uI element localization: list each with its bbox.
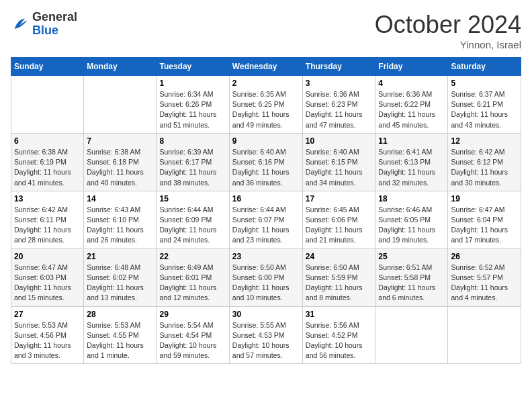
day-number: 25 [378,252,445,261]
day-number: 23 [232,252,300,261]
day-info: Sunrise: 6:38 AM Sunset: 6:19 PM Dayligh… [14,147,81,188]
calendar-cell: 17Sunrise: 6:45 AM Sunset: 6:06 PM Dayli… [302,191,375,248]
day-info: Sunrise: 6:38 AM Sunset: 6:18 PM Dayligh… [87,147,153,188]
calendar-cell: 10Sunrise: 6:40 AM Sunset: 6:15 PM Dayli… [302,133,375,191]
logo-blue-text: Blue [32,24,77,38]
day-number: 6 [14,136,81,146]
day-info: Sunrise: 6:48 AM Sunset: 6:02 PM Dayligh… [87,263,153,304]
week-row-1: 1Sunrise: 6:34 AM Sunset: 6:26 PM Daylig… [11,76,521,134]
day-info: Sunrise: 6:46 AM Sunset: 6:05 PM Dayligh… [378,205,445,246]
calendar-cell: 28Sunrise: 5:53 AM Sunset: 4:55 PM Dayli… [84,306,157,364]
week-row-2: 6Sunrise: 6:38 AM Sunset: 6:19 PM Daylig… [11,133,521,191]
calendar-cell: 3Sunrise: 6:36 AM Sunset: 6:23 PM Daylig… [302,76,375,134]
weekday-header-sunday: Sunday [11,58,84,76]
calendar-cell [448,306,521,364]
day-number: 18 [378,194,445,203]
calendar-cell [11,76,84,134]
day-info: Sunrise: 5:56 AM Sunset: 4:52 PM Dayligh… [306,320,373,361]
day-info: Sunrise: 5:54 AM Sunset: 4:54 PM Dayligh… [160,320,226,361]
title-block: October 2024 Yinnon, Israel [375,11,521,50]
calendar-cell: 23Sunrise: 6:50 AM Sunset: 6:00 PM Dayli… [229,248,302,306]
weekday-header-thursday: Thursday [302,58,375,76]
day-number: 30 [232,310,300,319]
calendar-cell: 12Sunrise: 6:42 AM Sunset: 6:12 PM Dayli… [448,133,521,191]
calendar-cell: 6Sunrise: 6:38 AM Sunset: 6:19 PM Daylig… [11,133,84,191]
calendar-cell: 14Sunrise: 6:43 AM Sunset: 6:10 PM Dayli… [84,191,157,248]
day-info: Sunrise: 6:47 AM Sunset: 6:03 PM Dayligh… [14,263,81,304]
week-row-3: 13Sunrise: 6:42 AM Sunset: 6:11 PM Dayli… [11,191,521,248]
calendar-cell: 19Sunrise: 6:47 AM Sunset: 6:04 PM Dayli… [448,191,521,248]
day-info: Sunrise: 6:45 AM Sunset: 6:06 PM Dayligh… [306,205,373,246]
calendar-cell: 7Sunrise: 6:38 AM Sunset: 6:18 PM Daylig… [84,133,157,191]
day-number: 26 [451,252,518,261]
calendar-cell: 5Sunrise: 6:37 AM Sunset: 6:21 PM Daylig… [448,76,521,134]
calendar-cell [375,306,448,364]
weekday-header-monday: Monday [84,58,157,76]
day-number: 13 [14,194,81,203]
day-info: Sunrise: 6:44 AM Sunset: 6:07 PM Dayligh… [232,205,300,246]
calendar-cell: 13Sunrise: 6:42 AM Sunset: 6:11 PM Dayli… [11,191,84,248]
calendar-cell: 30Sunrise: 5:55 AM Sunset: 4:53 PM Dayli… [229,306,302,364]
calendar-cell: 26Sunrise: 6:52 AM Sunset: 5:57 PM Dayli… [448,248,521,306]
day-info: Sunrise: 6:36 AM Sunset: 6:23 PM Dayligh… [306,89,373,130]
day-info: Sunrise: 6:39 AM Sunset: 6:17 PM Dayligh… [160,147,226,188]
day-number: 8 [160,136,226,146]
calendar-cell: 24Sunrise: 6:50 AM Sunset: 5:59 PM Dayli… [302,248,375,306]
day-info: Sunrise: 6:50 AM Sunset: 5:59 PM Dayligh… [306,263,373,304]
week-row-4: 20Sunrise: 6:47 AM Sunset: 6:03 PM Dayli… [11,248,521,306]
day-number: 2 [232,79,300,88]
calendar-cell: 16Sunrise: 6:44 AM Sunset: 6:07 PM Dayli… [229,191,302,248]
day-info: Sunrise: 6:42 AM Sunset: 6:12 PM Dayligh… [451,147,518,188]
day-number: 5 [451,79,518,88]
day-number: 19 [451,194,518,203]
day-number: 20 [14,252,81,261]
day-number: 11 [378,136,445,146]
weekday-header-friday: Friday [375,58,448,76]
day-number: 24 [306,252,373,261]
calendar-cell: 9Sunrise: 6:40 AM Sunset: 6:16 PM Daylig… [229,133,302,191]
day-info: Sunrise: 6:49 AM Sunset: 6:01 PM Dayligh… [160,263,226,304]
day-info: Sunrise: 6:43 AM Sunset: 6:10 PM Dayligh… [87,205,153,246]
day-info: Sunrise: 6:47 AM Sunset: 6:04 PM Dayligh… [451,205,518,246]
day-number: 14 [87,194,153,203]
calendar-cell: 21Sunrise: 6:48 AM Sunset: 6:02 PM Dayli… [84,248,157,306]
location-subtitle: Yinnon, Israel [375,39,521,50]
day-number: 9 [232,136,300,146]
day-info: Sunrise: 6:50 AM Sunset: 6:00 PM Dayligh… [232,263,300,304]
day-info: Sunrise: 6:41 AM Sunset: 6:13 PM Dayligh… [378,147,445,188]
day-info: Sunrise: 6:40 AM Sunset: 6:15 PM Dayligh… [306,147,373,188]
calendar-cell [84,76,157,134]
day-number: 31 [306,310,373,319]
day-info: Sunrise: 5:55 AM Sunset: 4:53 PM Dayligh… [232,320,300,361]
day-info: Sunrise: 6:37 AM Sunset: 6:21 PM Dayligh… [451,89,518,130]
day-number: 7 [87,136,153,146]
weekday-header-tuesday: Tuesday [157,58,229,76]
weekday-header-saturday: Saturday [448,58,521,76]
weekday-header-wednesday: Wednesday [229,58,302,76]
calendar-cell: 2Sunrise: 6:35 AM Sunset: 6:25 PM Daylig… [229,76,302,134]
calendar-cell: 18Sunrise: 6:46 AM Sunset: 6:05 PM Dayli… [375,191,448,248]
day-number: 10 [306,136,373,146]
day-info: Sunrise: 6:36 AM Sunset: 6:22 PM Dayligh… [378,89,445,130]
day-number: 27 [14,310,81,319]
day-info: Sunrise: 6:34 AM Sunset: 6:26 PM Dayligh… [160,89,226,130]
day-info: Sunrise: 6:52 AM Sunset: 5:57 PM Dayligh… [451,263,518,304]
calendar-cell: 1Sunrise: 6:34 AM Sunset: 6:26 PM Daylig… [157,76,229,134]
week-row-5: 27Sunrise: 5:53 AM Sunset: 4:56 PM Dayli… [11,306,521,364]
day-info: Sunrise: 5:53 AM Sunset: 4:56 PM Dayligh… [14,320,81,361]
day-info: Sunrise: 6:44 AM Sunset: 6:09 PM Dayligh… [160,205,226,246]
day-number: 16 [232,194,300,203]
calendar-cell: 8Sunrise: 6:39 AM Sunset: 6:17 PM Daylig… [157,133,229,191]
day-number: 29 [160,310,226,319]
logo-bird-icon [11,15,30,34]
day-number: 1 [160,79,226,88]
weekday-header-row: SundayMondayTuesdayWednesdayThursdayFrid… [11,58,521,76]
day-number: 17 [306,194,373,203]
month-title: October 2024 [375,11,521,39]
calendar-cell: 29Sunrise: 5:54 AM Sunset: 4:54 PM Dayli… [157,306,229,364]
day-number: 21 [87,252,153,261]
calendar-cell: 27Sunrise: 5:53 AM Sunset: 4:56 PM Dayli… [11,306,84,364]
day-number: 4 [378,79,445,88]
logo-general-text: General [32,11,77,24]
page-header: General Blue October 2024 Yinnon, Israel [11,11,521,50]
